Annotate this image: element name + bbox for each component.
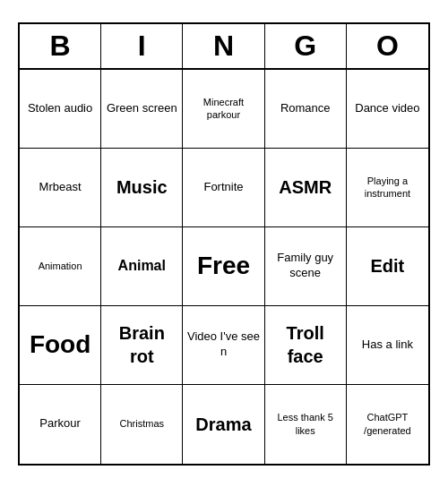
header-letter: B [20,24,101,68]
header-letter: N [183,24,264,68]
bingo-cell: Animation [20,227,101,306]
bingo-grid: Stolen audioGreen screenMinecraft parkou… [20,70,428,464]
bingo-cell: Brain rot [101,306,183,385]
bingo-cell: Has a link [347,306,428,385]
bingo-cell: Mrbeast [20,149,101,227]
bingo-cell: Dance video [347,70,428,149]
bingo-cell: Green screen [101,70,183,149]
bingo-cell: Christmas [101,385,183,464]
bingo-cell: ChatGPT /generated [347,385,428,464]
bingo-cell: Free [183,227,264,306]
bingo-cell: Playing a instrument [347,149,428,227]
header-letter: I [101,24,183,68]
bingo-cell: Minecraft parkour [183,70,264,149]
bingo-header: BINGO [20,24,428,70]
bingo-cell: Drama [183,385,264,464]
bingo-cell: Fortnite [183,149,264,227]
bingo-cell: Edit [347,227,428,306]
bingo-cell: Animal [101,227,183,306]
bingo-cell: ASMR [265,149,347,227]
bingo-cell: Stolen audio [20,70,101,149]
bingo-cell: Less thank 5 likes [265,385,347,464]
header-letter: G [265,24,347,68]
bingo-cell: Family guy scene [265,227,347,306]
bingo-cell: Music [101,149,183,227]
bingo-card: BINGO Stolen audioGreen screenMinecraft … [18,22,430,466]
bingo-cell: Romance [265,70,347,149]
bingo-cell: Food [20,306,101,385]
bingo-cell: Troll face [265,306,347,385]
header-letter: O [347,24,428,68]
bingo-cell: Parkour [20,385,101,464]
bingo-cell: Video I've see n [183,306,264,385]
